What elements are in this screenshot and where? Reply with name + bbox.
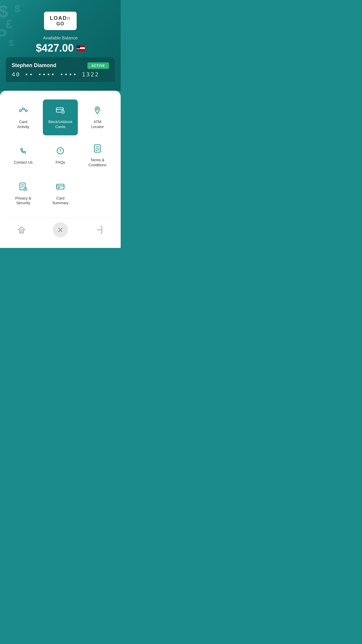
flag-icon: [77, 45, 85, 51]
contact-us-icon: [18, 146, 28, 157]
card-number: 40 •• •••• •••• 1322: [12, 71, 109, 78]
balance-label: Available Balance: [43, 35, 78, 40]
menu-item-block-unblock[interactable]: Block/UnblockCards: [43, 99, 78, 135]
card-activity-icon: [18, 105, 28, 117]
svg-line-3: [21, 109, 22, 110]
menu-item-card-summary[interactable]: CardSummary: [43, 176, 78, 212]
menu-item-contact-us[interactable]: Contact Us: [6, 138, 41, 174]
atm-locator-label: ATMLocator: [91, 120, 104, 130]
terms-label: Terms &Conditions: [89, 158, 106, 168]
svg-point-0: [19, 110, 21, 112]
block-unblock-label: Block/UnblockCards: [48, 120, 72, 130]
menu-item-privacy[interactable]: Privacy &Security: [6, 176, 41, 212]
menu-item-card-activity[interactable]: CardActivity: [6, 99, 41, 135]
svg-line-4: [24, 109, 25, 110]
bottom-navigation: [6, 217, 115, 242]
close-button[interactable]: [53, 222, 68, 237]
balance-amount: $427.00: [36, 42, 85, 54]
empty-cell: [80, 176, 115, 212]
menu-item-faqs[interactable]: ? FAQs: [43, 138, 78, 174]
home-button[interactable]: [15, 223, 29, 237]
contact-us-label: Contact Us: [14, 160, 33, 165]
terms-icon: [92, 144, 102, 155]
atm-locator-icon: [92, 105, 102, 117]
card-activity-label: CardActivity: [17, 120, 29, 130]
card-status-badge: ACTIVE: [87, 62, 109, 69]
card-summary-icon: [55, 182, 65, 193]
logo-text-go: GO: [57, 21, 64, 27]
card-preview: Stephen Diamond 40 •• •••• •••• 1322 ACT…: [6, 57, 115, 82]
faqs-icon: ?: [55, 146, 65, 157]
privacy-icon: [18, 182, 28, 193]
svg-rect-23: [57, 184, 64, 189]
close-icon: [56, 226, 64, 234]
privacy-label: Privacy &Security: [15, 196, 31, 206]
back-button[interactable]: [92, 223, 106, 237]
svg-point-10: [96, 108, 99, 110]
menu-row-1: CardActivity Block/UnblockCards: [6, 99, 115, 135]
logo-text-load: LOADn: [50, 15, 71, 21]
menu-row-3: Privacy &Security CardSummary: [6, 176, 115, 212]
svg-point-2: [25, 110, 27, 112]
faqs-label: FAQs: [56, 160, 65, 165]
back-icon: [94, 225, 104, 235]
menu-item-terms[interactable]: Terms &Conditions: [80, 138, 115, 174]
svg-point-1: [22, 108, 24, 110]
home-icon: [17, 225, 26, 235]
card-summary-label: CardSummary: [52, 196, 68, 206]
block-unblock-icon: [55, 105, 65, 117]
menu-item-atm-locator[interactable]: ATMLocator: [80, 99, 115, 135]
svg-text:?: ?: [59, 148, 61, 153]
app-logo: LOADn GO: [44, 12, 77, 30]
bottom-sheet: CardActivity Block/UnblockCards: [0, 91, 121, 248]
menu-row-2: Contact Us ? FAQs Terms &Conditions: [6, 138, 115, 174]
header-background: $ £ $ P $ LOADn GO Available Balance $42…: [0, 0, 121, 91]
